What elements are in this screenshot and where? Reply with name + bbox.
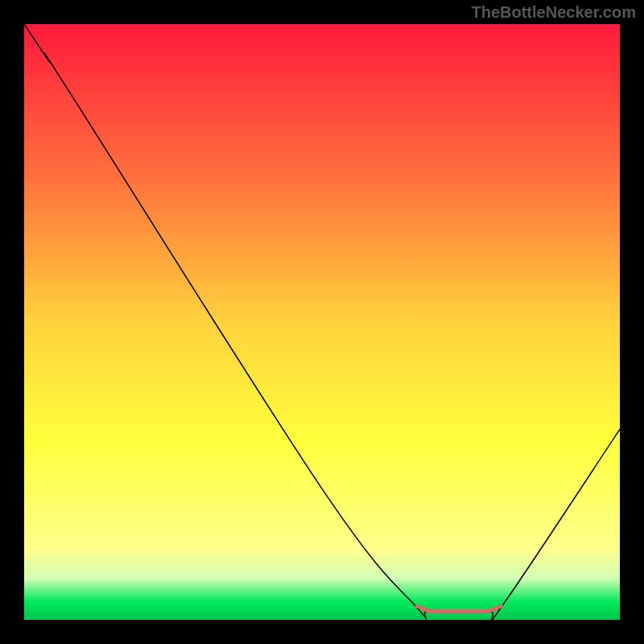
chart-svg xyxy=(24,24,620,620)
chart-background xyxy=(24,24,620,620)
chart-plot-area xyxy=(24,24,620,620)
watermark-text: TheBottleNecker.com xyxy=(471,3,636,22)
